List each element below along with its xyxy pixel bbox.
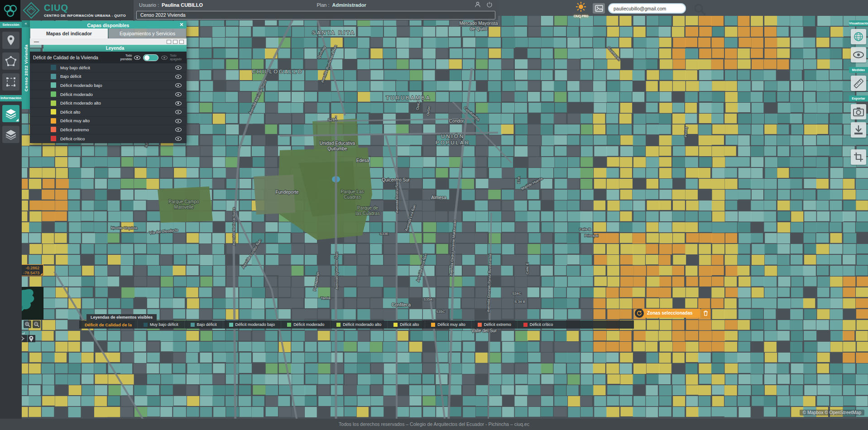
panel-drag-handle[interactable]: —	[34, 39, 39, 44]
zoom-in-button[interactable]	[24, 320, 31, 328]
legend-color-swatch	[51, 109, 56, 115]
panel-subtoolbar: —	[30, 38, 187, 45]
legend-color-swatch	[51, 65, 56, 70]
box-select-tool[interactable]	[2, 73, 19, 91]
visibility-eye-icon[interactable]	[175, 73, 182, 80]
small-pin-icon	[29, 336, 34, 342]
legend-color-swatch	[51, 74, 56, 79]
point-select-tool[interactable]	[2, 32, 19, 49]
visibility-eye-icon[interactable]	[175, 118, 182, 124]
svg-text:Edesa: Edesa	[356, 158, 369, 163]
dataset-selector[interactable]: Censo 2022 Vivienda	[136, 11, 495, 19]
svg-text:Confiteca: Confiteca	[392, 302, 411, 307]
legend-color-swatch	[51, 100, 56, 106]
footer-text: Todos los derechos reservados – Colegio …	[339, 421, 529, 427]
mini-chart-icon[interactable]	[173, 40, 177, 44]
map-attribution[interactable]: © Mapbox © OpenStreetMap	[800, 410, 864, 416]
visibility-eye-icon[interactable]	[175, 109, 182, 115]
close-icon[interactable]: ✕	[178, 21, 185, 29]
svg-text:Avenida Amaru Ñan: Avenida Amaru Ñan	[395, 181, 399, 213]
multi-layers-tool[interactable]	[2, 126, 19, 143]
logout-power-icon[interactable]	[486, 1, 493, 9]
svg-text:TURUBAMBA: TURUBAMBA	[386, 95, 431, 100]
right-toolbar: Visualización Medidas Exportar	[849, 20, 868, 165]
layers-stack-icon	[5, 129, 17, 140]
brand-subtitle: CENTRO DE INFORMACIÓN URBANA - QUITO	[44, 14, 126, 18]
collapse-panel-button[interactable]: «	[22, 20, 30, 27]
svg-text:Fundeporte: Fundeporte	[275, 190, 299, 195]
bottom-legend-chip: Déficit moderado alto	[330, 320, 387, 329]
goto-location-button[interactable]	[28, 335, 35, 342]
svg-text:Parque LasCuadras: Parque LasCuadras	[340, 189, 364, 200]
user-account-icon[interactable]	[475, 1, 481, 9]
information-section-label: Información	[0, 95, 22, 101]
sun-gear-icon	[575, 1, 586, 12]
legend-color-swatch	[144, 323, 148, 327]
crop-icon	[853, 152, 864, 162]
visualization-section-label: Visualización	[849, 20, 868, 26]
dataset-strip-label: Censo 2022 Vivienda	[24, 27, 29, 109]
legend-item-label: Déficit muy alto	[60, 118, 90, 123]
legend-row: Déficit muy alto	[30, 117, 187, 126]
measure-tool[interactable]	[851, 76, 866, 91]
svg-text:Parque delas Cuadras: Parque delas Cuadras	[355, 205, 379, 216]
screenshot-tool[interactable]	[851, 104, 866, 119]
zoom-out-button[interactable]	[33, 320, 40, 328]
ciuq-pro-button[interactable]: CIUQ PRO	[571, 1, 590, 18]
bottom-legend-items: Muy bajo déficitBajo déficitDéficit mode…	[137, 320, 559, 329]
ciuq-logo-icon[interactable]	[0, 0, 20, 20]
visible-elements-legend: Leyendas de elementos visibles Déficit d…	[79, 312, 634, 329]
visibility-eye-icon[interactable]	[175, 91, 182, 97]
all-on-eye-icon[interactable]	[134, 54, 141, 61]
legend-item-label: Bajo déficit	[197, 322, 217, 327]
svg-text:CHILLOGALLO: CHILLOGALLO	[252, 69, 303, 74]
legend-item-label: Déficit alto	[400, 322, 419, 327]
svg-text:S34C: S34C	[512, 291, 521, 296]
email-search-input[interactable]	[608, 3, 686, 14]
svg-text:Nicolás Urquiola: Nicolás Urquiola	[111, 226, 138, 230]
legend-item-label: Déficit extremo	[60, 127, 89, 132]
box-select-icon	[5, 76, 17, 88]
layers-tool-active[interactable]	[2, 105, 19, 122]
all-off-eye-icon[interactable]	[161, 54, 168, 61]
search-icon[interactable]	[693, 2, 706, 18]
all-layers-toggle[interactable]	[143, 54, 158, 61]
legend-row: Muy bajo déficit	[30, 63, 187, 72]
user-name: Paulina CUBILLO	[162, 2, 203, 8]
clear-zones-button[interactable]	[701, 309, 710, 318]
mini-grid-icon[interactable]	[167, 40, 171, 44]
selected-zones-button[interactable]: Zonas seleccionadas	[643, 309, 700, 318]
location-pin-icon	[5, 34, 16, 46]
visibility-eye-icon[interactable]	[175, 126, 182, 133]
svg-text:Avenida Mariscal Sucre: Avenida Mariscal Sucre	[232, 207, 236, 245]
tab-equipamientos-servicios[interactable]: Equipamientos y Servicios	[109, 29, 186, 38]
bottom-legend-chip: Déficit alto	[387, 320, 425, 329]
selection-section-label: Selección	[0, 22, 22, 28]
layer-title: Déficit de Calidad de la Vivienda	[33, 55, 120, 60]
ciuq-pro-label: CIUQ PRO	[571, 14, 590, 18]
visibility-tool[interactable]	[851, 47, 866, 62]
legend-item-label: Déficit moderado	[60, 92, 93, 97]
basemap-tool[interactable]	[851, 29, 866, 44]
download-tool[interactable]	[851, 122, 866, 138]
legend-item-label: Déficit crítico	[530, 322, 553, 327]
legend-color-swatch	[287, 323, 291, 327]
svg-text:Calle E: Calle E	[525, 263, 529, 274]
tab-mapas-del-indicador[interactable]: Mapas del indicador	[30, 29, 108, 38]
visibility-eye-icon[interactable]	[175, 82, 182, 88]
polygon-select-tool[interactable]	[2, 53, 19, 70]
mini-map-icon[interactable]	[179, 40, 184, 44]
dataset-strip: « Censo 2022 Vivienda	[22, 20, 30, 109]
legend-item-label: Déficit moderado bajo	[235, 322, 275, 327]
export-area-tool[interactable]	[851, 149, 866, 165]
refresh-icon	[637, 311, 642, 316]
measures-section-label: Medidas	[849, 67, 868, 73]
visibility-eye-icon[interactable]	[175, 64, 182, 71]
visibility-eye-icon[interactable]	[175, 100, 182, 106]
visibility-eye-icon[interactable]	[175, 135, 182, 142]
image-tool-button[interactable]	[593, 3, 605, 14]
legend-item-label: Déficit moderado bajo	[60, 83, 102, 88]
svg-text:Pintag: Pintag	[684, 127, 688, 138]
legend-color-swatch	[523, 323, 528, 327]
refresh-zones-button[interactable]	[635, 309, 644, 318]
